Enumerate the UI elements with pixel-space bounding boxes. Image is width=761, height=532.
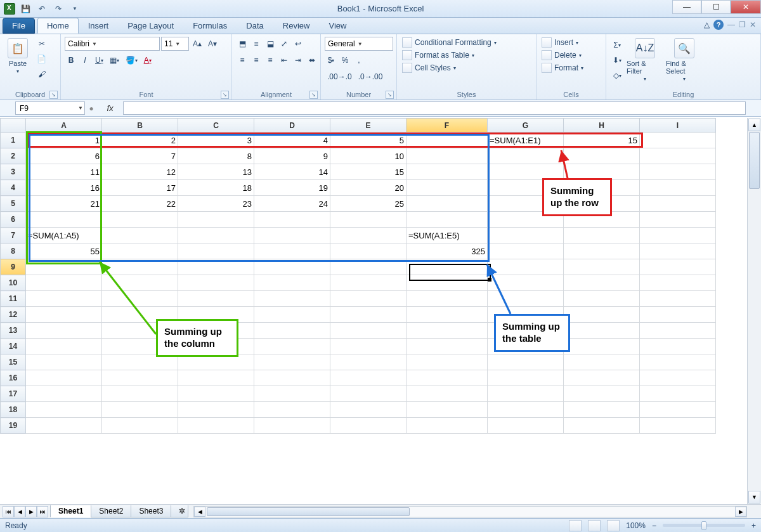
tab-page-layout[interactable]: Page Layout [118,18,183,34]
cell-B1[interactable]: 2 [102,133,178,148]
increase-indent-icon[interactable]: ⇥ [292,53,304,67]
cell-F9[interactable] [407,259,488,275]
cell-F7[interactable]: =SUM(A1:E5) [407,228,488,243]
row-header-6[interactable]: 6 [1,212,26,228]
cell-H16[interactable] [564,370,640,386]
cell-D3[interactable]: 14 [254,164,330,180]
align-bottom-icon[interactable]: ⬓ [264,37,276,51]
cell-D18[interactable] [254,402,330,418]
cell-D15[interactable] [254,354,330,370]
help-icon[interactable]: ? [713,20,724,30]
copy-button[interactable]: 📄 [34,52,49,66]
align-top-icon[interactable]: ⬒ [236,37,249,51]
cell-F8[interactable]: 325 [407,243,488,259]
cell-C18[interactable] [178,402,254,418]
find-select-button[interactable]: 🔍 Find & Select▾ [666,37,703,82]
cell-G2[interactable] [488,148,564,164]
col-header-I[interactable]: I [640,119,716,133]
cell-B4[interactable]: 17 [102,180,178,196]
minimize-button[interactable]: — [672,0,701,14]
cell-A16[interactable] [26,370,102,386]
cell-I11[interactable] [640,291,716,307]
row-header-8[interactable]: 8 [1,243,26,259]
cell-I12[interactable] [640,307,716,323]
sheet-tab-sheet3[interactable]: Sheet3 [131,505,171,517]
sheet-nav-first-icon[interactable]: ⏮ [3,506,14,517]
row-header-12[interactable]: 12 [1,307,26,323]
cell-B16[interactable] [102,370,178,386]
borders-button[interactable]: ▦ ▾ [107,53,122,67]
cell-B7[interactable] [102,228,178,243]
fill-color-button[interactable]: 🪣 ▾ [123,53,140,67]
scroll-down-icon[interactable]: ▼ [748,491,760,503]
cell-G10[interactable] [488,275,564,291]
cell-A7[interactable]: =SUM(A1:A5) [26,228,102,243]
col-header-D[interactable]: D [254,119,330,133]
cell-F3[interactable] [407,164,488,180]
font-name-combo[interactable]: Calibri▼ [65,37,160,51]
cell-I5[interactable] [640,196,716,212]
cell-I15[interactable] [640,354,716,370]
grid[interactable]: ABCDEFGHI112345=SUM(A1:E1)15267891031112… [0,118,747,504]
cell-H7[interactable] [564,228,640,243]
format-painter-button[interactable]: 🖌 [34,67,49,81]
cell-F14[interactable] [407,339,488,354]
cell-A2[interactable]: 6 [26,148,102,164]
cell-I10[interactable] [640,275,716,291]
cell-H3[interactable] [564,164,640,180]
name-box[interactable]: F9▼ [15,101,85,115]
cell-C4[interactable]: 18 [178,180,254,196]
cell-C11[interactable] [178,291,254,307]
cell-A6[interactable] [26,212,102,228]
number-format-combo[interactable]: General▼ [325,37,393,51]
row-header-5[interactable]: 5 [1,196,26,212]
conditional-formatting-button[interactable]: Conditional Formatting ▾ [401,37,498,48]
underline-button[interactable]: U ▾ [93,53,106,67]
cell-I17[interactable] [640,386,716,402]
cell-E18[interactable] [330,402,407,418]
bold-button[interactable]: B [65,53,77,67]
row-header-18[interactable]: 18 [1,402,26,418]
zoom-in-button[interactable]: + [751,521,756,530]
cell-E17[interactable] [330,386,407,402]
col-header-E[interactable]: E [330,119,407,133]
cell-D10[interactable] [254,275,330,291]
delete-cells-button[interactable]: Delete ▾ [540,49,583,61]
cell-F17[interactable] [407,386,488,402]
cell-E2[interactable]: 10 [330,148,407,164]
formula-input[interactable] [123,101,746,115]
cell-C10[interactable] [178,275,254,291]
clear-button[interactable]: ◇ ▾ [610,68,624,82]
cell-A9[interactable] [26,259,102,275]
mdi-restore-icon[interactable]: ❐ [739,20,746,29]
autosum-button[interactable]: Σ ▾ [610,38,624,52]
percent-format-button[interactable]: % [339,53,351,67]
cell-C8[interactable] [178,243,254,259]
cell-G1[interactable]: =SUM(A1:E1) [488,133,564,148]
scroll-right-icon[interactable]: ▶ [735,507,746,517]
zoom-level[interactable]: 100% [626,521,646,530]
fx-icon[interactable]: fx [101,103,119,113]
cell-E5[interactable]: 25 [330,196,407,212]
cell-H8[interactable] [564,243,640,259]
tab-file[interactable]: File [3,18,35,34]
cell-H1[interactable]: 15 [564,133,640,148]
row-header-14[interactable]: 14 [1,339,26,354]
cell-B5[interactable]: 22 [102,196,178,212]
horizontal-scrollbar[interactable]: ◀ ▶ [193,506,747,517]
cell-E13[interactable] [330,323,407,339]
mdi-close-icon[interactable]: ✕ [750,20,756,29]
row-header-7[interactable]: 7 [1,228,26,243]
cell-D17[interactable] [254,386,330,402]
col-header-G[interactable]: G [488,119,564,133]
row-header-13[interactable]: 13 [1,323,26,339]
col-header-H[interactable]: H [564,119,640,133]
tab-formulas[interactable]: Formulas [183,18,237,34]
cell-H12[interactable] [564,307,640,323]
clipboard-launcher-icon[interactable]: ↘ [49,91,58,99]
cell-F2[interactable] [407,148,488,164]
cell-C2[interactable]: 8 [178,148,254,164]
cell-G11[interactable] [488,291,564,307]
cell-A15[interactable] [26,354,102,370]
cell-H11[interactable] [564,291,640,307]
